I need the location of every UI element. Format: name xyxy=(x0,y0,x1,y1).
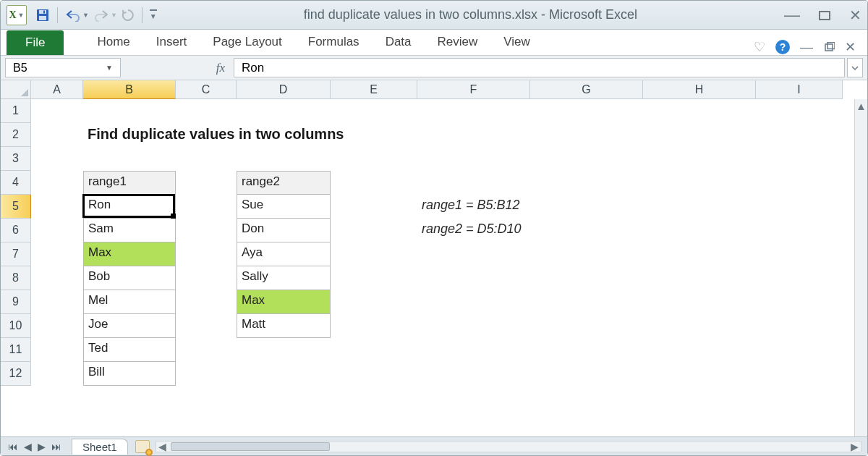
scroll-left-button[interactable]: ◀ xyxy=(156,441,169,452)
tab-page-layout[interactable]: Page Layout xyxy=(200,30,294,55)
cell-B12[interactable]: Bill xyxy=(83,362,176,386)
sheet-tab[interactable]: Sheet1 xyxy=(72,439,128,455)
name-box[interactable]: B5 ▼ xyxy=(5,58,121,77)
horizontal-scrollbar[interactable]: ◀ ▶ xyxy=(156,441,861,452)
col-header-F[interactable]: F xyxy=(417,80,530,99)
name-box-value: B5 xyxy=(13,62,27,75)
sheet-nav-first-button[interactable]: ⏮ xyxy=(8,441,18,452)
col-header-H[interactable]: H xyxy=(643,80,756,99)
hscroll-thumb[interactable] xyxy=(171,442,330,451)
row-header-2[interactable]: 2 xyxy=(1,123,31,147)
undo-button[interactable]: ▼ xyxy=(65,9,89,22)
tab-formulas[interactable]: Formulas xyxy=(295,30,373,55)
svg-rect-2 xyxy=(39,16,46,20)
excel-glyph: X xyxy=(9,9,16,21)
cell-B9[interactable]: Mel xyxy=(83,290,176,314)
svg-rect-1 xyxy=(39,10,46,14)
cell-F5[interactable]: range1 = B5:B12 xyxy=(417,195,649,219)
file-tab[interactable]: File xyxy=(7,30,64,55)
qat-separator-2 xyxy=(142,7,142,23)
help-button[interactable]: ? xyxy=(775,40,790,54)
cell-F6[interactable]: range2 = D5:D10 xyxy=(417,219,649,242)
close-button[interactable]: ✕ xyxy=(849,7,861,24)
new-sheet-button[interactable] xyxy=(135,440,150,453)
app-menu-caret-icon: ▼ xyxy=(18,12,25,19)
repeat-button[interactable] xyxy=(122,9,135,22)
row-header-12[interactable]: 12 xyxy=(1,362,31,386)
row-headers: 123456789101112 xyxy=(1,99,31,386)
formula-input[interactable]: Ron xyxy=(234,58,845,77)
col-header-A[interactable]: A xyxy=(31,80,83,99)
cells-area[interactable]: Find duplicate values in two columnsrang… xyxy=(31,99,854,436)
formula-value: Ron xyxy=(242,61,264,75)
col-header-G[interactable]: G xyxy=(530,80,643,99)
col-header-I[interactable]: I xyxy=(756,80,843,99)
cell-B2[interactable]: Find duplicate values in two columns xyxy=(83,123,662,147)
window-minimize-icon[interactable]: — xyxy=(800,40,813,55)
scroll-up-button[interactable]: ▲ xyxy=(855,99,867,112)
cell-B4[interactable]: range1 xyxy=(83,171,176,195)
qat-separator xyxy=(57,7,58,23)
cell-B11[interactable]: Ted xyxy=(83,338,176,362)
formula-bar: B5 ▼ fx Ron xyxy=(1,56,867,80)
cell-B5[interactable]: Ron xyxy=(83,195,176,219)
row-header-9[interactable]: 9 xyxy=(1,290,31,314)
row-header-6[interactable]: 6 xyxy=(1,219,31,242)
redo-button[interactable]: ▼ xyxy=(93,9,117,22)
cell-D4[interactable]: range2 xyxy=(237,171,331,195)
row-header-10[interactable]: 10 xyxy=(1,314,31,338)
tab-data[interactable]: Data xyxy=(373,30,425,55)
cell-B6[interactable]: Sam xyxy=(83,219,176,242)
save-button[interactable] xyxy=(35,8,50,22)
cell-B10[interactable]: Joe xyxy=(83,314,176,338)
cell-D5[interactable]: Sue xyxy=(237,195,331,219)
redo-caret-icon: ▼ xyxy=(111,12,117,19)
select-all-corner[interactable] xyxy=(1,80,31,99)
undo-caret-icon: ▼ xyxy=(82,12,89,19)
tab-review[interactable]: Review xyxy=(425,30,491,55)
title-bar: X▼ ▼ ▼ ▼ find d xyxy=(1,1,867,30)
minimize-ribbon-button[interactable]: ♡ xyxy=(754,39,765,55)
col-header-E[interactable]: E xyxy=(331,80,417,99)
cell-B8[interactable]: Bob xyxy=(83,266,176,290)
expand-formula-bar-button[interactable] xyxy=(847,58,863,77)
row-header-7[interactable]: 7 xyxy=(1,242,31,266)
row-header-3[interactable]: 3 xyxy=(1,147,31,171)
excel-app-icon[interactable]: X▼ xyxy=(7,5,27,25)
maximize-button[interactable] xyxy=(819,9,830,21)
insert-function-button[interactable]: fx xyxy=(216,61,225,75)
sheet-nav-last-button[interactable]: ⏭ xyxy=(51,441,61,452)
sheet-nav-prev-button[interactable]: ◀ xyxy=(24,441,32,452)
cell-D8[interactable]: Sally xyxy=(237,266,331,290)
svg-rect-4 xyxy=(820,12,830,20)
window-restore-icon[interactable] xyxy=(823,42,835,52)
col-header-D[interactable]: D xyxy=(237,80,331,99)
cell-D6[interactable]: Don xyxy=(237,219,331,242)
row-header-1[interactable]: 1 xyxy=(1,99,31,123)
row-header-11[interactable]: 11 xyxy=(1,338,31,362)
col-header-B[interactable]: B xyxy=(83,80,176,99)
quick-access-toolbar: ▼ ▼ ▼ xyxy=(35,7,157,23)
tab-home[interactable]: Home xyxy=(84,30,142,55)
window-controls: — ✕ xyxy=(784,6,861,25)
row-header-4[interactable]: 4 xyxy=(1,171,31,195)
row-header-8[interactable]: 8 xyxy=(1,266,31,290)
row-header-5[interactable]: 5 xyxy=(1,195,31,219)
sheet-nav-next-button[interactable]: ▶ xyxy=(38,441,46,452)
vertical-scrollbar[interactable]: ▲ xyxy=(854,99,867,436)
cell-D10[interactable]: Matt xyxy=(237,314,331,338)
cell-B7[interactable]: Max xyxy=(83,242,176,266)
cell-D7[interactable]: Aya xyxy=(237,242,331,266)
minimize-button[interactable]: — xyxy=(784,6,800,25)
spreadsheet-grid[interactable]: ABCDEFGHI 123456789101112 Find duplicate… xyxy=(1,80,867,436)
insert-function-area: fx xyxy=(121,56,234,80)
app-window: X▼ ▼ ▼ ▼ find d xyxy=(0,0,868,456)
tab-insert[interactable]: Insert xyxy=(143,30,200,55)
customize-qat-button[interactable]: ▼ xyxy=(150,9,157,20)
scroll-right-button[interactable]: ▶ xyxy=(848,441,861,452)
cell-D9[interactable]: Max xyxy=(237,290,331,314)
tab-view[interactable]: View xyxy=(490,30,543,55)
window-close-icon[interactable]: ✕ xyxy=(845,39,856,55)
col-header-C[interactable]: C xyxy=(176,80,237,99)
sheet-nav-buttons: ⏮ ◀ ▶ ⏭ xyxy=(1,441,69,452)
